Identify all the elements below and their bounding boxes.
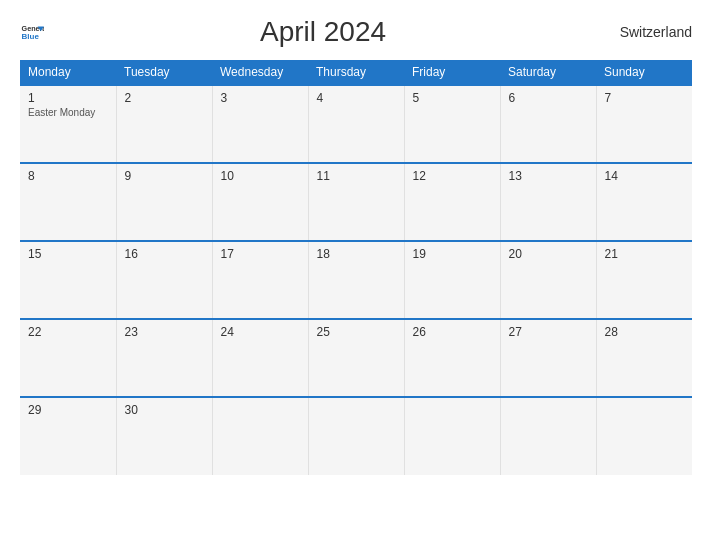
day-cell-4-4 (404, 397, 500, 475)
day-number: 30 (125, 403, 204, 417)
holiday-label: Easter Monday (28, 107, 108, 118)
day-cell-3-0: 22 (20, 319, 116, 397)
day-number: 28 (605, 325, 685, 339)
day-number: 12 (413, 169, 492, 183)
day-number: 19 (413, 247, 492, 261)
day-cell-0-4: 5 (404, 85, 500, 163)
day-cell-0-0: 1Easter Monday (20, 85, 116, 163)
day-number: 10 (221, 169, 300, 183)
day-number: 2 (125, 91, 204, 105)
day-cell-3-5: 27 (500, 319, 596, 397)
calendar-header: General Blue April 2024 Switzerland (20, 16, 692, 48)
day-cell-0-5: 6 (500, 85, 596, 163)
day-number: 4 (317, 91, 396, 105)
day-number: 7 (605, 91, 685, 105)
week-row-1: 1Easter Monday234567 (20, 85, 692, 163)
day-number: 17 (221, 247, 300, 261)
logo-icon: General Blue (20, 20, 44, 44)
day-cell-1-5: 13 (500, 163, 596, 241)
header-saturday: Saturday (500, 60, 596, 85)
day-cell-3-4: 26 (404, 319, 500, 397)
day-cell-4-2 (212, 397, 308, 475)
week-row-5: 2930 (20, 397, 692, 475)
day-number: 6 (509, 91, 588, 105)
day-number: 14 (605, 169, 685, 183)
day-cell-2-3: 18 (308, 241, 404, 319)
calendar-table: Monday Tuesday Wednesday Thursday Friday… (20, 60, 692, 475)
header-monday: Monday (20, 60, 116, 85)
day-cell-2-2: 17 (212, 241, 308, 319)
day-number: 8 (28, 169, 108, 183)
day-number: 26 (413, 325, 492, 339)
day-number: 9 (125, 169, 204, 183)
day-number: 21 (605, 247, 685, 261)
day-cell-0-1: 2 (116, 85, 212, 163)
day-cell-3-3: 25 (308, 319, 404, 397)
day-number: 15 (28, 247, 108, 261)
day-cell-2-6: 21 (596, 241, 692, 319)
day-cell-4-3 (308, 397, 404, 475)
day-cell-3-2: 24 (212, 319, 308, 397)
week-row-4: 22232425262728 (20, 319, 692, 397)
calendar-container: General Blue April 2024 Switzerland Mond… (0, 0, 712, 550)
day-cell-2-0: 15 (20, 241, 116, 319)
calendar-title: April 2024 (44, 16, 602, 48)
header-sunday: Sunday (596, 60, 692, 85)
country-label: Switzerland (602, 24, 692, 40)
calendar-thead: Monday Tuesday Wednesday Thursday Friday… (20, 60, 692, 85)
day-number: 25 (317, 325, 396, 339)
logo: General Blue (20, 20, 44, 44)
calendar-body: 1Easter Monday23456789101112131415161718… (20, 85, 692, 475)
header-tuesday: Tuesday (116, 60, 212, 85)
day-cell-4-0: 29 (20, 397, 116, 475)
weekday-header-row: Monday Tuesday Wednesday Thursday Friday… (20, 60, 692, 85)
day-number: 3 (221, 91, 300, 105)
day-number: 13 (509, 169, 588, 183)
day-number: 18 (317, 247, 396, 261)
day-cell-1-2: 10 (212, 163, 308, 241)
day-cell-1-6: 14 (596, 163, 692, 241)
day-cell-2-5: 20 (500, 241, 596, 319)
week-row-2: 891011121314 (20, 163, 692, 241)
day-number: 5 (413, 91, 492, 105)
svg-text:Blue: Blue (22, 32, 40, 41)
day-cell-1-3: 11 (308, 163, 404, 241)
day-number: 23 (125, 325, 204, 339)
week-row-3: 15161718192021 (20, 241, 692, 319)
day-cell-3-6: 28 (596, 319, 692, 397)
day-number: 1 (28, 91, 108, 105)
day-cell-1-1: 9 (116, 163, 212, 241)
header-thursday: Thursday (308, 60, 404, 85)
header-friday: Friday (404, 60, 500, 85)
day-cell-4-6 (596, 397, 692, 475)
day-cell-2-1: 16 (116, 241, 212, 319)
day-cell-0-6: 7 (596, 85, 692, 163)
day-cell-4-1: 30 (116, 397, 212, 475)
day-number: 29 (28, 403, 108, 417)
day-cell-0-3: 4 (308, 85, 404, 163)
day-number: 20 (509, 247, 588, 261)
day-number: 27 (509, 325, 588, 339)
day-cell-1-4: 12 (404, 163, 500, 241)
day-number: 24 (221, 325, 300, 339)
day-number: 16 (125, 247, 204, 261)
day-cell-1-0: 8 (20, 163, 116, 241)
day-cell-0-2: 3 (212, 85, 308, 163)
day-cell-3-1: 23 (116, 319, 212, 397)
day-cell-4-5 (500, 397, 596, 475)
day-number: 22 (28, 325, 108, 339)
day-number: 11 (317, 169, 396, 183)
day-cell-2-4: 19 (404, 241, 500, 319)
header-wednesday: Wednesday (212, 60, 308, 85)
